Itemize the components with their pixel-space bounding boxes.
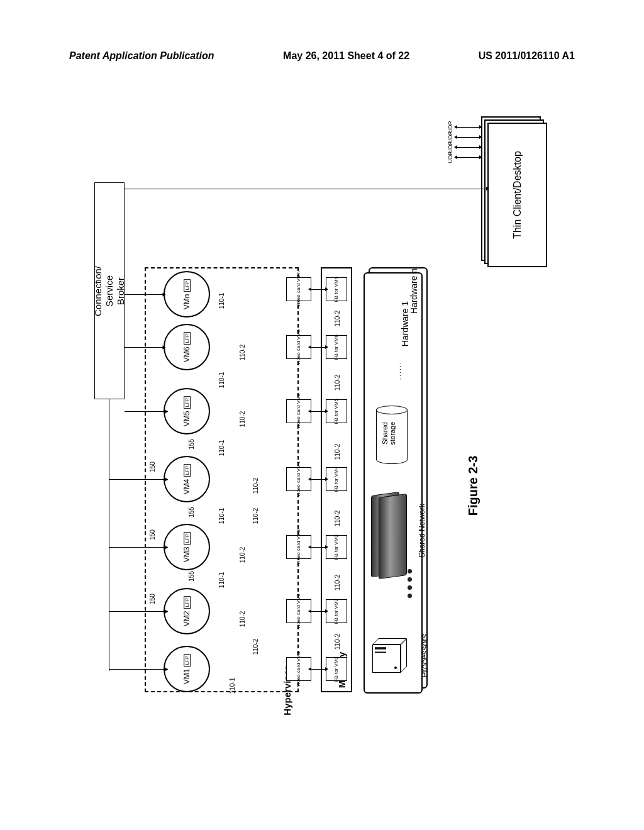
- hardware-n-label: Hardware n: [409, 268, 419, 314]
- udp-arrows: UDP UDP UDP UDP: [444, 124, 479, 160]
- ref-110-1-d: 110-1: [218, 508, 225, 524]
- vc-fb-arrow-1: [311, 669, 325, 670]
- ref-110-1-a: 110-1: [218, 293, 225, 309]
- vc-fb-arrow-6: [311, 347, 325, 348]
- figure: Thin Client/Desktop UDP UDP UDP: [94, 116, 553, 695]
- vcard-vm2: Video card VM2: [286, 599, 311, 623]
- processors-label: Processors: [419, 634, 430, 678]
- ref-110-2-e: 110-2: [239, 547, 246, 563]
- service-broker-box: Connection/ Service Broker: [94, 182, 125, 399]
- client-card-front: Thin Client/Desktop: [487, 123, 547, 267]
- service-broker-label: Connection/ Service Broker: [92, 265, 126, 316]
- vm5-circle: VM5LFP: [164, 388, 210, 434]
- vc-fb-arrow-3: [311, 547, 325, 548]
- conn-vm4: [109, 479, 166, 480]
- ref-110-2-m2: 110-2: [334, 375, 341, 391]
- ref-155-b: 155: [188, 507, 195, 517]
- broker-trunk: [109, 399, 109, 671]
- udp-arrow-2: UDP: [444, 134, 479, 140]
- figure-label: Figure 2-3: [466, 456, 480, 516]
- ref-110-1-c: 110-1: [218, 440, 225, 456]
- conn-vmn: [125, 294, 164, 295]
- header-center: May 26, 2011 Sheet 4 of 22: [283, 50, 409, 62]
- ref-110-1-b: 110-1: [218, 372, 225, 389]
- fb-vm3: FB for VM3: [326, 535, 347, 559]
- broker-client-line: [125, 189, 486, 189]
- hw-card-front: Processors Shared Network Shared storage…: [364, 272, 423, 694]
- vcard-vmn: Video card VMn: [286, 277, 311, 301]
- vm1-circle: VM1LFP: [164, 646, 210, 692]
- fb-vm6: FB for VM6: [326, 335, 347, 359]
- ref-150-a: 150: [149, 462, 156, 472]
- fb-vm1: FB for VM1: [326, 657, 347, 681]
- ref-150-c: 150: [149, 594, 156, 604]
- client-label: Thin Client/Desktop: [512, 151, 523, 239]
- processors-icon: [372, 638, 416, 682]
- ref-110-2-m4: 110-2: [334, 511, 341, 527]
- udp-arrow-3: UDP: [444, 144, 479, 150]
- conn-vm6: [125, 347, 164, 348]
- ref-110-2-a: 110-2: [239, 345, 246, 361]
- shared-storage-icon: Shared storage: [371, 406, 415, 463]
- vmn-circle: VMnLFP: [164, 271, 210, 318]
- vm6-circle: VM6LFP: [164, 324, 210, 370]
- ref-110-2-f: 110-2: [239, 611, 246, 628]
- shared-network-label: Shared Network: [418, 504, 426, 558]
- conn-vm3: [109, 547, 166, 548]
- header-left: Patent Application Publication: [69, 50, 214, 62]
- vcard-vm1: Video card VM1: [286, 657, 311, 681]
- ref-110-1-f: 110-1: [229, 678, 236, 694]
- udp-arrow-4: UDP: [444, 154, 479, 160]
- ref-110-2-b: 110-2: [239, 411, 246, 428]
- udp-arrow-1: UDP: [444, 124, 479, 130]
- conn-vm2: [109, 611, 166, 612]
- conn-vm1: [109, 669, 166, 670]
- vm4-circle: VM4LFP: [164, 456, 210, 502]
- conn-vm5: [125, 411, 166, 412]
- ref-110-2-c: 110-2: [252, 478, 259, 494]
- vm3-circle: VM3LFP: [164, 524, 210, 570]
- ref-155-a: 155: [188, 439, 195, 450]
- vcard-vm5: Video card VM5: [286, 399, 311, 423]
- ref-110-2-m1: 110-2: [334, 311, 341, 327]
- header-right: US 2011/0126110 A1: [479, 50, 575, 62]
- vcard-vm3: Video card VM3: [286, 535, 311, 559]
- hw-ellipsis: ......: [394, 361, 402, 380]
- ref-110-1-e: 110-1: [218, 572, 225, 589]
- page-header: Patent Application Publication May 26, 2…: [0, 0, 644, 68]
- ref-110-2-m5: 110-2: [334, 575, 341, 591]
- fb-vm5: FB for VM5: [326, 399, 347, 423]
- fb-vmn: FB for VMn: [326, 277, 347, 301]
- ref-110-2-d: 110-2: [252, 508, 259, 524]
- ref-150-b: 150: [149, 529, 156, 540]
- fb-vm4: FB for VM4: [326, 467, 347, 491]
- ref-110-2-m6: 110-2: [334, 634, 341, 650]
- vc-fb-arrow-4: [311, 479, 325, 480]
- vc-fb-arrow-2: [311, 611, 325, 612]
- vm2-circle: VM2LFP: [164, 588, 210, 634]
- vcard-vm6: Video card VM6: [286, 335, 311, 359]
- shared-network-icon: [371, 494, 418, 594]
- ref-110-2-m3: 110-2: [334, 444, 341, 460]
- vc-fb-arrow-n: [311, 289, 325, 290]
- ref-155-c: 155: [188, 571, 195, 582]
- vc-fb-arrow-5: [311, 411, 325, 412]
- vcard-vm4: Video card VM4: [286, 467, 311, 491]
- fb-vm2: FB for VM2: [326, 599, 347, 623]
- ref-110-2-g: 110-2: [252, 639, 259, 655]
- thin-client-stack: Thin Client/Desktop: [481, 116, 547, 267]
